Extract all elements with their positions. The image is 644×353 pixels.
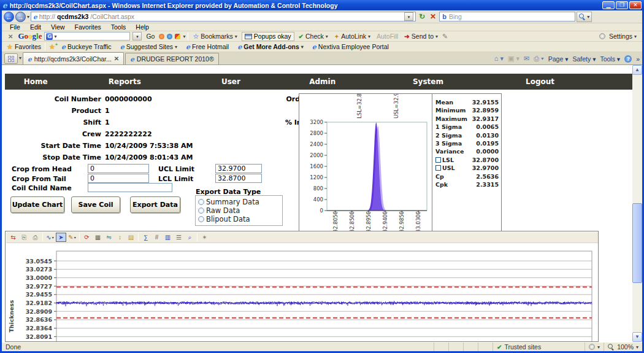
send-to-button[interactable]: ➜Send to▾: [402, 33, 440, 40]
scrollbar-thumb[interactable]: [632, 203, 642, 283]
search-go-button[interactable]: ▾: [577, 12, 592, 22]
refresh-icon[interactable]: ↻: [417, 12, 427, 21]
google-maps-icon[interactable]: [175, 34, 180, 39]
chartfx-statistics-icon[interactable]: ∑: [140, 233, 151, 242]
google-search-input[interactable]: G ▾: [44, 32, 130, 41]
tab-coilchart[interactable]: e http://qcdms2k3/CoilChar... ✕: [23, 52, 124, 64]
maximize-button[interactable]: ❐: [616, 1, 628, 9]
favorites-link-free-hotmail[interactable]: eFree Hotmail: [186, 43, 229, 51]
crop-tail-input[interactable]: [88, 174, 149, 183]
nav-reports[interactable]: Reports: [109, 77, 141, 86]
favorites-link-suggested-sites[interactable]: eSuggested Sites▾: [120, 43, 177, 51]
menu-file[interactable]: File: [6, 23, 25, 31]
radio-icon[interactable]: [198, 216, 204, 222]
google-toolbar-close-icon[interactable]: ✕: [6, 33, 15, 40]
menu-help[interactable]: Help: [131, 23, 153, 31]
quick-tabs-button[interactable]: [4, 53, 18, 64]
chartfx-import-export-icon[interactable]: ⇆: [8, 233, 18, 242]
safety-menu-button[interactable]: Safety ▾: [572, 55, 596, 63]
chartfx-data-editor-icon[interactable]: ▥: [163, 233, 173, 242]
url-dropdown-button[interactable]: ▾: [404, 12, 413, 21]
chartfx-gallery-icon[interactable]: ∿▾: [45, 233, 55, 242]
history-dropdown-icon[interactable]: ▾: [27, 14, 29, 20]
nav-home[interactable]: Home: [24, 77, 48, 86]
settings-button[interactable]: Settings▾: [607, 33, 638, 40]
close-button[interactable]: ✕: [629, 1, 642, 9]
chartfx-legend-icon[interactable]: ☰: [174, 233, 184, 242]
chartfx-rotate-3d-icon[interactable]: ⟳: [82, 233, 92, 242]
chartfx-pen-icon[interactable]: ✎▾: [67, 233, 77, 242]
help-icon[interactable]: ?: [624, 55, 632, 63]
chartfx-zoom-icon[interactable]: ⌕: [185, 233, 195, 242]
favorites-button[interactable]: ★Favorites: [7, 43, 41, 51]
tab-close-icon[interactable]: ✕: [114, 55, 119, 62]
nav-user[interactable]: User: [221, 77, 240, 86]
chartfx-flip-vertical-icon[interactable]: ↕: [115, 233, 125, 242]
scroll-down-icon[interactable]: ▼: [632, 332, 642, 342]
nav-logout[interactable]: Logout: [526, 77, 554, 86]
page-menu-button[interactable]: Page ▾: [548, 55, 569, 63]
export-data-button[interactable]: Export Data: [130, 196, 180, 213]
tab-list-dropdown-icon[interactable]: ▾: [19, 55, 21, 61]
chartfx-cluster-icon[interactable]: ▦: [93, 233, 103, 242]
stop-icon[interactable]: ✕: [428, 12, 438, 21]
menu-edit[interactable]: Edit: [26, 23, 45, 31]
chartfx-pointer-icon[interactable]: ➤: [56, 233, 66, 242]
nav-system[interactable]: System: [413, 77, 443, 86]
tab-drudge-report[interactable]: e DRUDGE REPORT 2010®: [125, 53, 219, 64]
menu-favorites[interactable]: Favorites: [71, 23, 105, 31]
menu-tools[interactable]: Tools: [107, 23, 131, 31]
search-box[interactable]: b Bing: [439, 12, 575, 21]
vertical-scrollbar[interactable]: ▲ ▼: [632, 65, 642, 342]
popup-blocker-button[interactable]: Popups okay: [242, 32, 294, 41]
add-favorite-icon[interactable]: ★+: [49, 42, 58, 51]
home-icon[interactable]: ⌂ ▾: [494, 55, 504, 63]
back-button[interactable]: ←: [4, 12, 14, 22]
coil-child-name-input[interactable]: [88, 183, 172, 192]
minimize-button[interactable]: ▁: [602, 1, 615, 9]
google-go-button[interactable]: Go: [144, 33, 156, 40]
chartfx-flip-horizontal-icon[interactable]: ⇋: [104, 233, 114, 242]
spellcheck-button[interactable]: ✔Check▾: [297, 33, 330, 40]
update-chart-button[interactable]: Update Chart: [10, 196, 64, 213]
autolink-button[interactable]: ✦AutoLink▾: [332, 33, 372, 40]
favorites-link-nextiva-employee-portal[interactable]: eNextiva Employee Portal: [312, 43, 389, 51]
chartfx-print-icon[interactable]: ⎙: [30, 233, 40, 242]
save-coil-button[interactable]: Save Coil: [71, 196, 120, 213]
lcl-limit-input[interactable]: [215, 174, 262, 183]
tools-menu-button[interactable]: Tools ▾: [600, 55, 620, 63]
nav-admin[interactable]: Admin: [309, 77, 335, 86]
google-earth-icon[interactable]: [167, 34, 172, 39]
toolbar-overflow-button[interactable]: »: [636, 55, 640, 63]
google-button-icon-1[interactable]: [159, 34, 164, 39]
print-icon[interactable]: ⎙ ▾: [534, 55, 543, 63]
favorites-link-buckeye-traffic[interactable]: eBuckeye Traffic: [61, 43, 112, 51]
crop-head-input[interactable]: [88, 164, 149, 173]
export-option-blipout-data[interactable]: Blipout Data: [198, 215, 280, 223]
read-mail-icon[interactable]: ✉: [524, 55, 529, 63]
radio-icon[interactable]: [198, 208, 204, 214]
chartfx-properties-icon[interactable]: ▤: [126, 233, 136, 242]
scroll-up-icon[interactable]: ▲: [632, 65, 642, 75]
ucl-limit-input[interactable]: [215, 164, 262, 173]
zoom-control[interactable]: 100% ▾: [604, 343, 642, 351]
protected-mode-button[interactable]: ▾: [585, 343, 604, 351]
histogram-panel: 040080012001600200024002800320032.805032…: [299, 93, 502, 232]
url-field[interactable]: e http://qcdms2k3/CoilChart.aspx ▾: [31, 12, 416, 21]
menu-view[interactable]: View: [47, 23, 69, 31]
chartfx-copy-icon[interactable]: ⎘: [19, 233, 29, 242]
usl-checkbox[interactable]: [435, 165, 441, 171]
favorites-link-get-more-add-ons[interactable]: eGet More Add-ons▾: [237, 43, 304, 51]
google-search-dropdown[interactable]: ▾: [132, 32, 142, 41]
export-option-raw-data[interactable]: Raw Data: [198, 206, 280, 215]
forward-button[interactable]: →: [15, 12, 26, 22]
chartfx-tools-icon[interactable]: ✶: [199, 233, 210, 242]
svg-text:32.8500: 32.8500: [349, 211, 355, 233]
radio-icon[interactable]: [198, 199, 204, 205]
google-more-dropdown-icon[interactable]: ▾: [183, 34, 185, 39]
lsl-checkbox[interactable]: [435, 157, 441, 163]
export-option-summary-data[interactable]: Summary Data: [198, 198, 280, 206]
chartfx-point-labels-icon[interactable]: #: [151, 233, 162, 242]
bookmarks-button[interactable]: ☆Bookmarks▾: [191, 33, 239, 41]
highlighter-icon[interactable]: ✎: [442, 33, 448, 41]
